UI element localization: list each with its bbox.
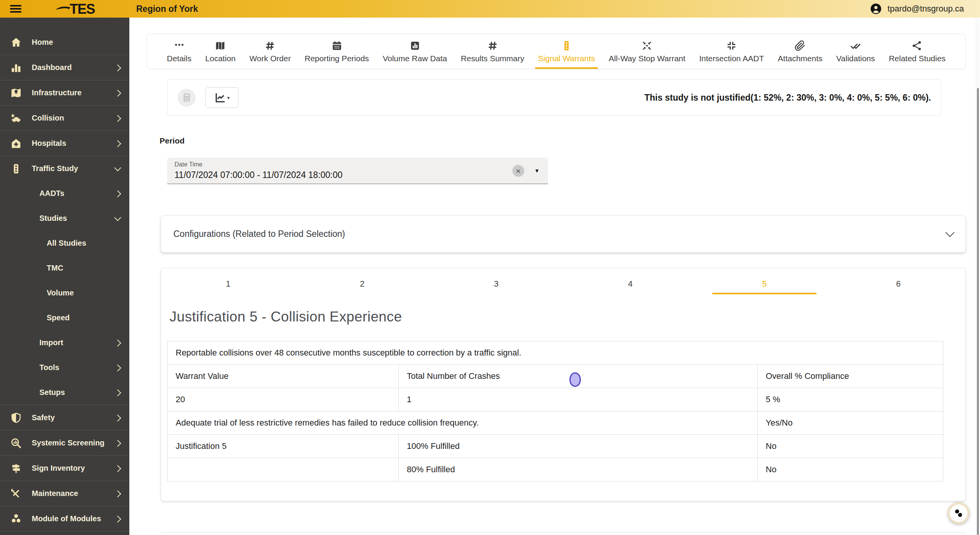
tab-all-way-stop-warrant[interactable]: All-Way Stop Warrant [603, 34, 691, 69]
table-cell: No [758, 458, 943, 481]
date-time-value: 11/07/2024 07:00:00 - 11/07/2024 18:00:0… [174, 170, 548, 180]
sidebar-item-import[interactable]: Import [0, 330, 129, 355]
sidebar-item-infrastructure[interactable]: Infrastructure [0, 80, 129, 105]
table-cell: Justification 5 [168, 435, 399, 458]
chevron-right-icon [114, 440, 121, 447]
dropdown-caret-icon[interactable]: ▼ [534, 168, 540, 174]
app-window: TES Region of York tpardo@tnsgroup.ca Ho… [0, 0, 980, 535]
all-way-icon [641, 40, 652, 51]
sidebar: HomeDashboardInfrastructureCollisionHosp… [0, 18, 129, 535]
traffic-study-icon [10, 163, 22, 175]
table-row: 2015 % [168, 388, 943, 411]
chevron-right-icon [114, 190, 121, 197]
home-icon [10, 36, 22, 49]
sidebar-item-all-studies[interactable]: All Studies [0, 231, 129, 256]
chevron-right-icon [114, 364, 121, 371]
chevron-right-icon [114, 90, 121, 96]
sidebar-item-label: AADTs [39, 189, 64, 198]
sidebar-item-module-of-modules[interactable]: Module of Modules [0, 506, 129, 532]
sidebar-item-studies[interactable]: Studies [0, 206, 129, 231]
date-time-select[interactable]: Date Time 11/07/2024 07:00:00 - 11/07/20… [167, 158, 548, 184]
step-tab-6[interactable]: 6 [832, 273, 965, 295]
tab-location[interactable]: Location [200, 34, 241, 69]
tab-label: Location [205, 54, 235, 63]
sidebar-item-label: Sign Inventory [32, 464, 85, 473]
chevron-right-icon [114, 140, 121, 147]
tab-related-studies[interactable]: Related Studies [884, 34, 951, 69]
sidebar-item-sign-inventory[interactable]: Sign Inventory [0, 455, 129, 481]
sidebar-item-setups[interactable]: Setups [0, 380, 129, 405]
calculate-button[interactable] [178, 89, 196, 107]
user-email: tpardo@tnsgroup.ca [887, 4, 964, 14]
step-tab-2[interactable]: 2 [295, 273, 429, 295]
sidebar-item-label: Import [39, 338, 63, 347]
justification-status: This study is not justified(1: 52%, 2: 3… [644, 93, 931, 103]
vertical-scrollbar [976, 18, 980, 535]
page-title: Region of York [136, 0, 198, 18]
sidebar-item-volume[interactable]: Volume [0, 281, 129, 305]
tab-intersection-aadt[interactable]: Intersection AADT [694, 34, 769, 69]
sidebar-item-safety[interactable]: Safety [0, 405, 129, 430]
tab-work-order[interactable]: Work Order [244, 34, 296, 69]
sidebar-item-tools[interactable]: Tools [0, 355, 129, 380]
scrollbar-thumb[interactable] [977, 88, 979, 535]
sidebar-item-systemic-screening[interactable]: Systemic Screening [0, 430, 129, 455]
clear-selection-button[interactable]: × [512, 165, 524, 177]
sidebar-item-speed[interactable]: Speed [0, 305, 129, 330]
hash-icon [487, 40, 498, 51]
chevron-down-icon: ▾ [227, 95, 230, 101]
sidebar-item-maintenance[interactable]: Maintenance [0, 481, 129, 506]
sidebar-item-label: Collision [32, 114, 64, 122]
tab-signal-warrants[interactable]: Signal Warrants [533, 34, 600, 69]
tab-reporting-periods[interactable]: Reporting Periods [299, 34, 374, 69]
maintenance-icon [10, 488, 22, 500]
sidebar-item-traffic-study[interactable]: Traffic Study [0, 156, 129, 181]
tab-volume-raw-data[interactable]: Volume Raw Data [377, 34, 452, 69]
tab-results-summary[interactable]: Results Summary [455, 34, 530, 69]
sidebar-item-dashboard[interactable]: Dashboard [0, 55, 129, 80]
chevron-right-icon [114, 339, 121, 346]
signal-icon [561, 40, 572, 51]
warrant-toolbar: ▾ This study is not justified(1: 52%, 2:… [167, 79, 941, 116]
assistant-fab-button[interactable] [948, 502, 969, 524]
calculator-icon [181, 92, 192, 103]
step-tab-4[interactable]: 4 [563, 273, 697, 295]
top-bar: TES Region of York tpardo@tnsgroup.ca [0, 0, 980, 18]
chevron-right-icon [114, 465, 121, 472]
tab-label: Intersection AADT [699, 54, 764, 63]
sidebar-item-label: Volume [47, 289, 74, 297]
table-row: Warrant ValueTotal Number of CrashesOver… [168, 365, 943, 388]
main-content: DetailsLocationWork OrderReporting Perio… [129, 18, 976, 535]
configurations-title: Configurations (Related to Period Select… [173, 229, 345, 239]
sidebar-item-home[interactable]: Home [0, 30, 129, 55]
step-tab-3[interactable]: 3 [429, 273, 563, 295]
tab-attachments[interactable]: Attachments [773, 34, 828, 69]
chevron-right-icon [114, 115, 121, 122]
sidebar-item-collision[interactable]: Collision [0, 105, 129, 130]
table-cell: Yes/No [758, 411, 943, 435]
chart-dropdown-button[interactable]: ▾ [205, 87, 238, 108]
sidebar-item-hospitals[interactable]: Hospitals [0, 130, 129, 156]
sidebar-item-aadts[interactable]: AADTs [0, 181, 129, 206]
user-avatar-icon[interactable] [870, 3, 882, 15]
app-logo: TES [54, 0, 95, 18]
sidebar-item-label: All Studies [47, 239, 86, 248]
hamburger-menu-icon[interactable] [10, 5, 21, 13]
hospitals-icon [10, 137, 22, 150]
sidebar-menu: HomeDashboardInfrastructureCollisionHosp… [0, 18, 129, 532]
chevron-down-icon[interactable] [945, 228, 954, 237]
sidebar-item-label: Speed [47, 313, 70, 322]
sidebar-item-tmc[interactable]: TMC [0, 256, 129, 281]
configurations-panel[interactable]: Configurations (Related to Period Select… [161, 215, 966, 253]
tab-details[interactable]: Details [161, 34, 197, 69]
paperclip-icon [794, 40, 806, 51]
step-tab-1[interactable]: 1 [161, 273, 295, 295]
sidebar-item-label: Studies [39, 214, 67, 223]
table-cell: Warrant Value [168, 365, 399, 388]
justification-step-tabs: 123456 [161, 273, 965, 295]
date-time-label: Date Time [174, 161, 548, 168]
table-cell: 100% Fulfilled [399, 435, 758, 458]
step-tab-5[interactable]: 5 [697, 273, 831, 295]
volume-raw-icon [409, 40, 421, 51]
tab-validations[interactable]: Validations [831, 34, 880, 69]
